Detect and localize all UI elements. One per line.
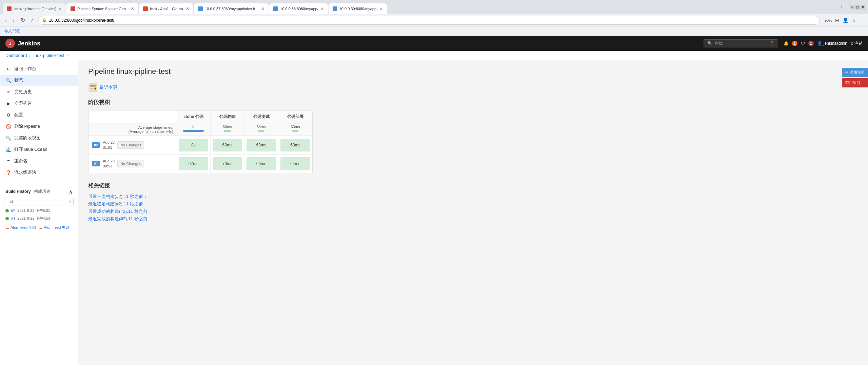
stage-cell-1-3[interactable]: 64ms [278,155,312,173]
home-button[interactable]: ⌂ [29,16,37,24]
tab-label: 10.0.0.39:8080/myapp/ [339,7,378,11]
stage-cell-0-3[interactable]: 63ms [278,136,312,154]
tab-close-icon[interactable]: ✕ [58,6,62,11]
stage-build-rows: #2 Aug 23 01:01 No Changes8s63ms63ms63ms… [88,136,312,173]
sidebar-label-full-stage: 完整阶段视图 [14,135,41,141]
sidebar-item-history[interactable]: ≡ 变更历史 [0,86,78,98]
atom-feed-all-link[interactable]: ☁ Atom feed 全部 [5,225,36,230]
stage-cell-0-0[interactable]: 8s [177,136,211,154]
reload-button[interactable]: ↻ [19,16,27,24]
browser-tab-tab1[interactable]: linux-pipline-test [Jenkins] ✕ [3,3,66,14]
help-icon[interactable]: ❓ [769,41,774,46]
tab-close-icon[interactable]: ✕ [186,6,189,11]
stage-cell-inner-0-0: 8s [179,139,208,151]
build-search-clear-button[interactable]: ✕ [67,199,73,204]
address-input[interactable] [49,18,816,23]
browser-tab-tab5[interactable]: 10.0.0.38:8080/myapp/ ✕ [269,3,328,14]
stage-col-header-2: 代码测试 [244,110,278,123]
browser-actions: ⊞ 👤 ☆ ⋮ [834,17,865,24]
build-number-link[interactable]: #1 [11,216,15,221]
profile-button[interactable]: 👤 [842,17,849,24]
atom-feed-fail-link[interactable]: ☁ Atom feed 失败 [39,225,69,230]
sidebar-item-build-now[interactable]: ▶ 立即构建 [0,98,78,109]
header-search: 🔍 ❓ [704,39,778,47]
atom-icon: ☁ [5,225,9,230]
stage-cell-0-2[interactable]: 63ms [244,136,278,154]
menu-button[interactable]: ⋮ [859,17,865,24]
add-description-button[interactable]: ✏ 添加说明 [842,68,868,77]
sidebar-item-full-stage[interactable]: 🔍 完整阶段视图 [0,132,78,144]
stage-cell-inner-0-3: 63ms [280,139,310,151]
stage-cell-0-1[interactable]: 63ms [211,136,244,154]
sidebar-icon-config: ⚙ [5,112,12,118]
tab-close-icon[interactable]: ✕ [320,6,324,11]
bookmark-import[interactable]: 导入书签... [4,28,24,34]
browser-tab-tab6[interactable]: 10.0.0.39:8080/myapp/ ✕ [329,3,387,14]
breadcrumb-job[interactable]: linux-pipline-test [33,53,64,58]
breadcrumb-dashboard[interactable]: Dashboard [5,53,27,58]
logout-label: 注销 [854,41,863,46]
sidebar-item-delete[interactable]: 🚫 删除 Pipeline [0,121,78,132]
sidebar-label-rename: 重命名 [14,158,27,164]
build-badge-0[interactable]: #2 [92,142,100,148]
sidebar-item-rename[interactable]: ≡ 重命名 [0,155,78,167]
sidebar-item-back[interactable]: ↩ 返回工作台 [0,63,78,75]
recent-changes-link[interactable]: 最近变更 [100,84,117,90]
tab-label: linux-pipline-test [Jenkins] [14,7,56,11]
browser-tab-tab2[interactable]: Pipeline Syntax: Snippet Gen... ✕ [66,3,138,14]
bell-icon: 🔔 [784,41,789,46]
stage-col-header-0: clone 代码 [177,110,211,123]
tab-close-icon[interactable]: ✕ [379,6,383,11]
jenkins-logo[interactable]: J Jenkins [5,39,40,48]
stage-header-empty [88,110,177,123]
close-button[interactable]: ✕ [861,5,865,9]
disable-project-button[interactable]: 禁用项目 [842,78,868,87]
build-search-input[interactable] [4,198,67,205]
extensions-button[interactable]: ⊞ [834,17,840,24]
minimize-button[interactable]: ─ [850,5,854,9]
tab-label: lclck / App1 · GitLab [150,7,183,11]
search-icon: 🔍 [707,41,712,46]
stage-build-info-1: #1 Aug 23 00:53 No Changes [88,155,177,173]
build-history-section: Build History 构建历史 ∧ ✕ #2 2021-8-22 下午5:… [0,184,78,233]
build-history-collapse-button[interactable]: ∧ [69,189,72,195]
sidebar-label-delete: 删除 Pipeline [14,123,40,129]
forward-nav-button[interactable]: › [11,16,16,24]
tab-close-icon[interactable]: ✕ [131,6,134,11]
sidebar-item-blue-ocean[interactable]: 🌊 打开 Blue Ocean [0,144,78,155]
star-button[interactable]: ☆ [851,17,857,24]
related-link-last-success[interactable]: 最近成功的构建(#2),11 秒之前 [88,209,147,214]
sidebar-item-pipeline-syntax[interactable]: ❓ 流水线语法 [0,167,78,178]
maximize-button[interactable]: □ [855,5,860,9]
recent-changes-icon [88,83,98,92]
build-item-b2[interactable]: #2 2021-8-22 下午5:01 [0,207,78,215]
address-bar: 🔒 [38,16,820,25]
sidebar-item-status[interactable]: 🔍 状态 [0,75,78,86]
build-badge-1[interactable]: #1 [92,161,100,166]
stage-cell-inner-1-0: 97ms [179,157,208,170]
build-number-link[interactable]: #2 [11,208,15,213]
tab-close-icon[interactable]: ✕ [261,6,264,11]
no-changes-label-0: No Changes [117,141,144,149]
build-time: 2021-8-22 下午4:53 [17,216,50,221]
logout-button[interactable]: ⎋ 注销 [851,41,863,46]
header-search-input[interactable] [714,41,767,46]
stage-avg-cell-2: 64ms [244,123,278,136]
build-item-b1[interactable]: #1 2021-8-22 下午4:53 [0,215,78,222]
related-link-last-complete[interactable]: 最近完成的构建(#2),11 秒之前 [88,216,147,221]
back-nav-button[interactable]: ‹ [3,16,8,24]
related-link-last-build[interactable]: 最近一次构建(#2),11 秒之前 ↓ [88,194,146,199]
related-link-last-stable[interactable]: 最近稳定构建(#2),11 秒之前 [88,201,143,206]
stage-cell-1-2[interactable]: 66ms [244,155,278,173]
new-tab-button[interactable]: + [838,4,846,11]
stage-cell-1-0[interactable]: 97ms [177,155,211,173]
recent-changes: 最近变更 [88,83,858,92]
sidebar-item-config[interactable]: ⚙ 配置 [0,109,78,121]
browser-tab-tab3[interactable]: lclck / App1 · GitLab ✕ [139,3,193,14]
stage-avg-label: Average stage times: (Average full run t… [88,123,177,136]
sidebar-icon-back: ↩ [5,66,12,72]
user-menu[interactable]: 👤 jenkinsadmin [817,41,847,46]
stage-cell-1-1[interactable]: 70ms [211,155,244,173]
build-date-info-0: Aug 23 01:01 [103,140,115,150]
browser-tab-tab4[interactable]: 10.0.0.37:8080/myapp/index.html ✕ [194,3,269,14]
